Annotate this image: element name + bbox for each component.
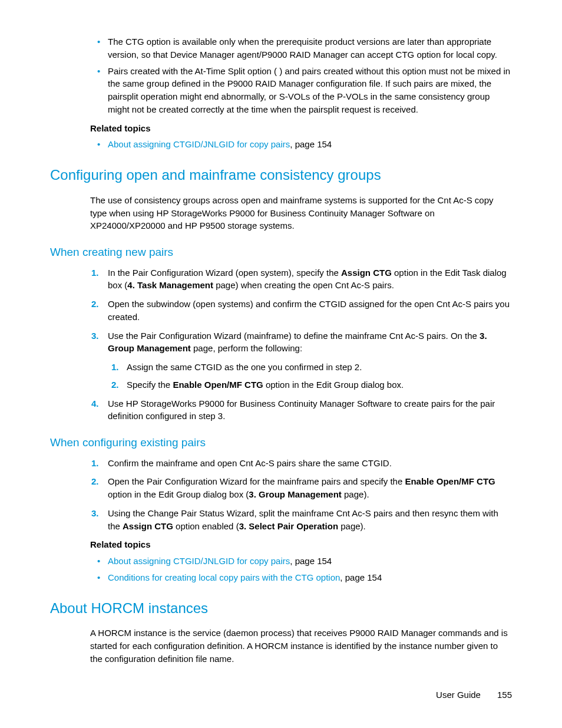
related-link[interactable]: Conditions for creating local copy pairs… [108, 572, 340, 582]
section-heading-horcm: About HORCM instances [50, 598, 512, 619]
text: page). [342, 489, 369, 499]
step-item: In the Pair Configuration Wizard (open s… [108, 266, 512, 292]
subsection-heading-existing: When configuring existing pairs [50, 434, 512, 451]
list-item: The CTG option is available only when th… [108, 35, 512, 61]
text: option in the Edit Group dialog box ( [108, 489, 249, 499]
step-item: Open the subwindow (open systems) and co… [108, 298, 512, 324]
page-reference: , page 154 [290, 139, 332, 149]
top-bullet-list: The CTG option is available only when th… [50, 35, 512, 116]
text: Specify the [127, 380, 173, 390]
text: option enabled ( [173, 521, 239, 531]
list-item: About assigning CTGID/JNLGID for copy pa… [108, 555, 512, 568]
related-list: About assigning CTGID/JNLGID for copy pa… [50, 138, 512, 151]
list-item: Conditions for creating local copy pairs… [108, 571, 512, 584]
substep-item: Specify the Enable Open/MF CTG option in… [127, 378, 512, 391]
bold-text: Enable Open/MF CTG [405, 476, 495, 486]
bold-text: 3. Select Pair Operation [239, 521, 338, 531]
list-item: Pairs created with the At-Time Split opt… [108, 65, 512, 116]
footer-label: User Guide [436, 690, 481, 700]
bold-text: Assign CTG [123, 521, 173, 531]
step-item: Use HP StorageWorks P9000 for Business C… [108, 397, 512, 423]
text: Open the Pair Configuration Wizard for t… [108, 476, 405, 486]
subsection-heading-creating: When creating new pairs [50, 244, 512, 261]
page-reference: , page 154 [340, 572, 382, 582]
body-paragraph: The use of consistency groups across ope… [90, 194, 512, 232]
text: In the Pair Configuration Wizard (open s… [108, 268, 341, 278]
page-footer: User Guide155 [436, 689, 512, 701]
list-item: About assigning CTGID/JNLGID for copy pa… [108, 138, 512, 151]
step-item: Use the Pair Configuration Wizard (mainf… [108, 330, 512, 391]
steps-existing: Confirm the mainframe and open Cnt Ac-S … [50, 457, 512, 533]
text: page, perform the following: [191, 343, 302, 353]
text: page) when creating the open Cnt Ac-S pa… [213, 280, 394, 290]
step-item: Open the Pair Configuration Wizard for t… [108, 475, 512, 501]
bold-text: Enable Open/MF CTG [173, 380, 263, 390]
page-reference: , page 154 [290, 556, 332, 566]
step-item: Confirm the mainframe and open Cnt Ac-S … [108, 457, 512, 470]
related-topics-heading: Related topics [90, 122, 512, 135]
related-topics-heading: Related topics [90, 538, 512, 551]
section-heading-configuring: Configuring open and mainframe consisten… [50, 165, 512, 186]
text: option in the Edit Group dialog box. [263, 380, 404, 390]
bold-text: 3. Group Management [249, 489, 342, 499]
related-link[interactable]: About assigning CTGID/JNLGID for copy pa… [108, 556, 290, 566]
page-number: 155 [497, 690, 512, 700]
bold-text: 4. Task Management [127, 280, 213, 290]
step-item: Using the Change Pair Status Wizard, spl… [108, 507, 512, 533]
text: Use the Pair Configuration Wizard (mainf… [108, 331, 480, 341]
steps-creating: In the Pair Configuration Wizard (open s… [50, 266, 512, 423]
substeps: Assign the same CTGID as the one you con… [108, 361, 512, 391]
body-paragraph: A HORCM instance is the service (daemon … [90, 627, 512, 665]
document-page: The CTG option is available only when th… [0, 0, 562, 728]
related-list: About assigning CTGID/JNLGID for copy pa… [50, 555, 512, 584]
text: page). [338, 521, 366, 531]
bold-text: Assign CTG [341, 268, 392, 278]
related-link[interactable]: About assigning CTGID/JNLGID for copy pa… [108, 139, 290, 149]
substep-item: Assign the same CTGID as the one you con… [127, 361, 512, 374]
